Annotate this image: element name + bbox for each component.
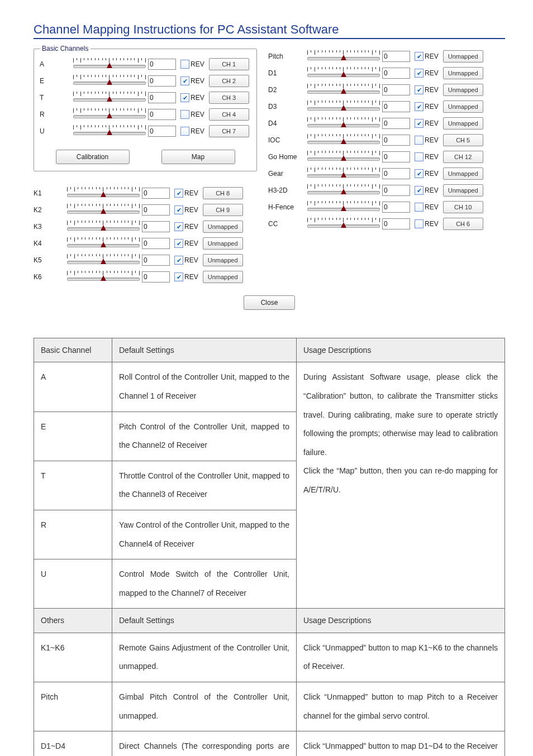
channel-value[interactable]: 0 (382, 84, 410, 95)
channel-slider[interactable] (73, 108, 146, 121)
channel-value[interactable]: 0 (382, 118, 410, 129)
rev-checkbox[interactable]: ✔ (180, 93, 189, 102)
channel-map-button[interactable]: Unmapped (443, 67, 483, 79)
channel-map-button[interactable]: CH 6 (443, 218, 483, 230)
rev-checkbox[interactable] (415, 203, 423, 212)
rev-checkbox[interactable]: ✔ (415, 52, 423, 61)
channel-map-button[interactable]: Unmapped (203, 221, 243, 233)
channel-value[interactable]: 0 (148, 92, 176, 103)
rev-checkbox[interactable]: ✔ (415, 186, 423, 195)
rev-checkbox[interactable]: ✔ (174, 189, 183, 198)
channel-slider[interactable] (307, 201, 380, 213)
channel-map-button[interactable]: Unmapped (443, 184, 483, 197)
rev-checkbox[interactable]: ✔ (174, 256, 183, 265)
rev-checkbox[interactable]: ✔ (415, 69, 423, 78)
channel-map-button[interactable]: CH 8 (203, 187, 243, 199)
rev-checkbox[interactable] (180, 127, 189, 136)
channel-value[interactable]: 0 (382, 168, 410, 179)
channel-map-button[interactable]: CH 10 (443, 201, 483, 213)
rev-checkbox[interactable] (415, 219, 423, 228)
channel-map-button[interactable]: Unmapped (443, 168, 483, 180)
col-usage-2: Usage Descriptions (297, 609, 505, 633)
channel-slider[interactable] (307, 151, 380, 163)
channel-map-button[interactable]: CH 4 (209, 108, 249, 121)
channel-map-button[interactable]: Unmapped (203, 254, 243, 266)
channel-map-button[interactable]: CH 5 (443, 134, 483, 146)
channel-slider[interactable] (307, 67, 380, 79)
cell-pitch-def: Gimbal Pitch Control of the Controller U… (112, 682, 297, 731)
channel-slider[interactable] (67, 187, 140, 199)
cell-a: A (34, 362, 112, 412)
channel-value[interactable]: 0 (142, 188, 170, 199)
rev-label: REV (184, 189, 198, 197)
channel-label: K3 (34, 223, 67, 231)
channel-map-button[interactable]: CH 12 (443, 151, 483, 163)
rev-checkbox[interactable]: ✔ (174, 222, 183, 231)
channel-map-button[interactable]: CH 1 (209, 58, 249, 70)
channel-value[interactable]: 0 (382, 185, 410, 196)
channel-slider[interactable] (307, 101, 380, 113)
channel-slider[interactable] (67, 237, 140, 250)
rev-checkbox[interactable] (415, 152, 423, 161)
channel-slider[interactable] (307, 184, 380, 197)
close-button[interactable]: Close (244, 295, 295, 310)
map-button[interactable]: Map (161, 150, 235, 164)
channel-value[interactable]: 0 (148, 75, 176, 87)
channel-map-button[interactable]: CH 3 (209, 92, 249, 104)
channel-map-button[interactable]: CH 9 (203, 204, 243, 216)
channel-value[interactable]: 0 (382, 151, 410, 162)
channel-value[interactable]: 0 (382, 218, 410, 229)
rev-checkbox[interactable]: ✔ (174, 239, 183, 248)
channel-slider[interactable] (307, 218, 380, 230)
rev-checkbox[interactable]: ✔ (174, 272, 183, 281)
channel-value[interactable]: 0 (382, 135, 410, 146)
rev-checkbox[interactable]: ✔ (415, 85, 423, 94)
rev-checkbox[interactable] (180, 110, 189, 119)
rev-label: REV (191, 127, 204, 135)
channel-slider[interactable] (67, 221, 140, 233)
channel-slider[interactable] (73, 58, 146, 70)
channel-map-button[interactable]: Unmapped (443, 101, 483, 113)
channel-slider[interactable] (67, 204, 140, 216)
channel-slider[interactable] (307, 168, 380, 180)
calibration-button[interactable]: Calibration (56, 150, 130, 164)
channel-map-button[interactable]: Unmapped (443, 117, 483, 130)
channel-value[interactable]: 0 (142, 238, 170, 249)
channel-slider[interactable] (67, 254, 140, 266)
rev-label: REV (191, 94, 204, 102)
channel-value[interactable]: 0 (142, 221, 170, 232)
channel-value[interactable]: 0 (148, 109, 176, 120)
channel-map-button[interactable]: CH 7 (209, 125, 249, 137)
rev-checkbox[interactable]: ✔ (174, 205, 183, 214)
cell-e: E (34, 412, 112, 461)
channel-map-button[interactable]: Unmapped (443, 84, 483, 96)
rev-checkbox[interactable] (415, 136, 423, 145)
channel-value[interactable]: 0 (382, 101, 410, 112)
channel-slider[interactable] (307, 84, 380, 96)
channel-map-button[interactable]: Unmapped (203, 237, 243, 250)
channel-map-button[interactable]: CH 2 (209, 75, 249, 87)
channel-value[interactable]: 0 (142, 255, 170, 266)
channel-slider[interactable] (307, 134, 380, 146)
channel-slider[interactable] (73, 125, 146, 137)
channel-map-button[interactable]: Unmapped (203, 271, 243, 283)
channel-label: T (40, 94, 73, 102)
channel-value[interactable]: 0 (142, 204, 170, 216)
rev-checkbox[interactable] (180, 60, 189, 69)
rev-checkbox[interactable]: ✔ (415, 169, 423, 178)
rev-checkbox[interactable]: ✔ (415, 119, 423, 128)
channel-value[interactable]: 0 (382, 51, 410, 62)
channel-value[interactable]: 0 (142, 271, 170, 283)
channel-value[interactable]: 0 (148, 126, 176, 137)
channel-slider[interactable] (73, 75, 146, 87)
rev-checkbox[interactable]: ✔ (180, 76, 189, 85)
channel-map-button[interactable]: Unmapped (443, 50, 483, 63)
channel-slider[interactable] (67, 271, 140, 283)
channel-value[interactable]: 0 (382, 68, 410, 79)
channel-slider[interactable] (73, 92, 146, 104)
channel-value[interactable]: 0 (382, 202, 410, 213)
channel-value[interactable]: 0 (148, 59, 176, 70)
channel-slider[interactable] (307, 50, 380, 63)
channel-slider[interactable] (307, 117, 380, 130)
rev-checkbox[interactable]: ✔ (415, 102, 423, 111)
